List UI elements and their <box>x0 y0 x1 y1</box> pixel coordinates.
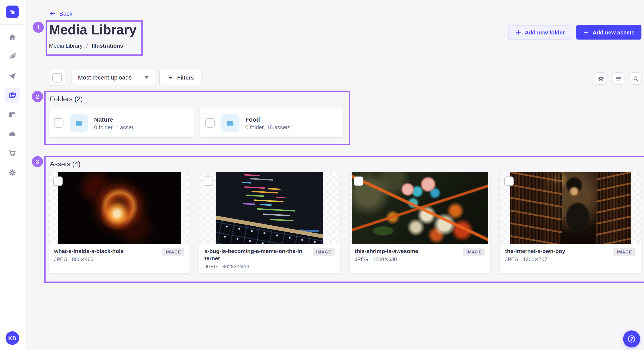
folder-meta: 0 folder, 16 assets <box>245 124 290 130</box>
user-initials: KD <box>8 335 16 341</box>
select-asset-checkbox[interactable] <box>53 176 62 186</box>
select-asset-checkbox[interactable] <box>354 176 363 186</box>
folder-card-food[interactable]: Food 0 folder, 16 assets <box>200 108 343 137</box>
folder-card-nature[interactable]: Nature 0 folder, 1 asset <box>49 108 194 137</box>
gear-icon <box>8 169 16 177</box>
home-icon <box>8 33 16 42</box>
annotation-badge-1: 1 <box>33 22 44 33</box>
select-asset-checkbox[interactable] <box>504 176 514 186</box>
folder-icon <box>225 118 235 128</box>
settings-icon-button[interactable] <box>594 72 607 85</box>
asset-name: a-bug-is-becoming-a-meme-on-the-internet <box>204 248 303 262</box>
media-library-page: KD Back Media Library Media Library / Il… <box>0 0 644 350</box>
folder-icon <box>74 118 84 128</box>
user-avatar[interactable]: KD <box>6 331 19 345</box>
asset-meta: JPEG - 1200✕707 <box>505 256 565 262</box>
folder-name: Food <box>245 116 290 124</box>
asset-type-badge: IMAGE <box>313 248 335 256</box>
asset-info: this-shrimp-is-awesome JPEG - 1200✕630 I… <box>350 244 490 267</box>
back-link[interactable]: Back <box>49 10 72 17</box>
layout-icon <box>8 111 16 119</box>
select-all-checkbox[interactable] <box>49 70 65 86</box>
select-asset-checkbox[interactable] <box>204 176 213 186</box>
gear-icon <box>597 75 604 82</box>
asset-thumbnail <box>199 172 340 244</box>
asset-thumbnail <box>350 172 490 244</box>
sidebar-item-settings[interactable] <box>5 165 20 180</box>
search-icon <box>632 75 639 82</box>
sidebar-divider <box>0 24 25 25</box>
folders-section-title: Folders (2) <box>50 95 83 103</box>
strapi-logo[interactable] <box>6 5 19 18</box>
breadcrumb: Media Library / Illustrations <box>49 42 123 49</box>
asset-type-badge: IMAGE <box>463 248 485 256</box>
annotation-badge-3: 3 <box>32 156 43 167</box>
library-portrait-image <box>510 172 631 244</box>
asset-meta: JPEG - 3628✕2419 <box>204 264 303 270</box>
help-button[interactable] <box>623 331 640 348</box>
asset-info: what-s-inside-a-black-hole JPEG - 800✕46… <box>49 244 190 267</box>
assets-section-title: Assets (4) <box>50 160 80 168</box>
sidebar-item-content-type-builder[interactable] <box>5 107 20 123</box>
sidebar: KD <box>0 0 25 350</box>
asset-card-black-hole[interactable]: what-s-inside-a-black-hole JPEG - 800✕46… <box>49 172 190 273</box>
folder-meta: 0 folder, 1 asset <box>94 124 133 130</box>
cart-icon <box>8 149 16 157</box>
asset-name: this-shrimp-is-awesome <box>355 248 418 255</box>
question-mark-icon <box>627 334 636 344</box>
section-divider <box>49 148 643 148</box>
filter-icon <box>167 74 174 81</box>
folder-name: Nature <box>94 116 133 124</box>
filters-button[interactable]: Filters <box>159 70 202 85</box>
strapi-logo-icon <box>8 8 16 16</box>
add-new-assets-label: Add new assets <box>593 29 635 35</box>
images-icon <box>8 91 17 100</box>
sort-dropdown[interactable]: Most recent uploads <box>72 70 155 85</box>
sidebar-item-home[interactable] <box>5 30 20 45</box>
asset-name: what-s-inside-a-black-hole <box>54 248 124 255</box>
feather-icon <box>8 52 16 61</box>
back-arrow-icon <box>49 10 56 17</box>
breadcrumb-separator: / <box>86 42 88 49</box>
select-folder-checkbox[interactable] <box>205 118 215 128</box>
sidebar-item-content-manager[interactable] <box>5 49 20 64</box>
sidebar-item-marketplace[interactable] <box>5 146 20 161</box>
filters-label: Filters <box>177 74 194 81</box>
select-folder-checkbox[interactable] <box>54 118 64 128</box>
asset-thumbnail <box>500 172 640 244</box>
sort-value: Most recent uploads <box>78 74 132 81</box>
asset-type-badge: IMAGE <box>613 248 636 256</box>
asset-name: the-internet-s-own-boy <box>505 248 565 255</box>
add-new-assets-button[interactable]: Add new assets <box>576 25 642 39</box>
list-icon <box>615 75 622 82</box>
asset-card-bug-meme[interactable]: a-bug-is-becoming-a-meme-on-the-internet… <box>199 172 340 273</box>
plus-icon <box>515 29 521 35</box>
sidebar-item-releases[interactable] <box>5 68 20 84</box>
asset-type-badge: IMAGE <box>162 248 184 256</box>
folder-tile <box>221 114 239 132</box>
asset-card-shrimp[interactable]: this-shrimp-is-awesome JPEG - 1200✕630 I… <box>350 172 490 273</box>
sidebar-item-media-library[interactable] <box>5 88 20 103</box>
mantis-shrimp-image <box>352 172 488 244</box>
list-view-button[interactable] <box>612 72 624 85</box>
paper-plane-icon <box>8 72 16 80</box>
breadcrumb-root[interactable]: Media Library <box>49 42 83 49</box>
search-button[interactable] <box>630 72 642 85</box>
asset-info: a-bug-is-becoming-a-meme-on-the-internet… <box>199 244 340 273</box>
folder-text: Nature 0 folder, 1 asset <box>94 116 133 131</box>
asset-info: the-internet-s-own-boy JPEG - 1200✕707 I… <box>500 244 640 267</box>
asset-thumbnail <box>49 172 190 244</box>
black-hole-image <box>58 172 181 244</box>
plus-icon <box>583 29 589 35</box>
sidebar-item-cloud[interactable] <box>5 126 20 142</box>
add-new-folder-label: Add new folder <box>525 29 565 35</box>
add-new-folder-button[interactable]: Add new folder <box>508 25 572 39</box>
back-label: Back <box>59 10 72 17</box>
breadcrumb-current: Illustrations <box>92 42 123 49</box>
asset-meta: JPEG - 1200✕630 <box>355 256 418 262</box>
folder-text: Food 0 folder, 16 assets <box>245 116 290 131</box>
folder-tile <box>70 114 88 132</box>
page-title: Media Library <box>49 22 136 38</box>
asset-card-internets-own-boy[interactable]: the-internet-s-own-boy JPEG - 1200✕707 I… <box>500 172 640 273</box>
checkbox <box>52 73 62 82</box>
